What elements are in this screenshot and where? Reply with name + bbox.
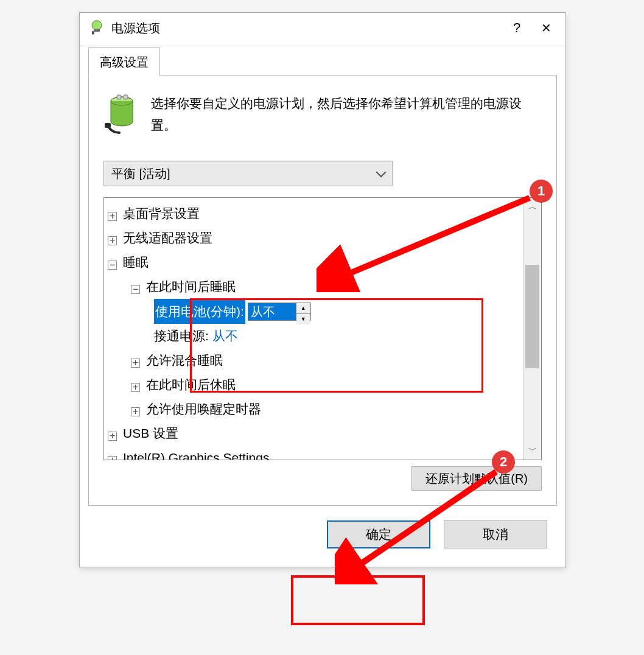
tree-item-usb-settings[interactable]: USB 设置 [108, 421, 520, 446]
help-button[interactable]: ? [502, 13, 531, 43]
tree-item-hibernate-after[interactable]: 在此时间后休眠 [108, 373, 520, 397]
tree-item-wake-timers[interactable]: 允许使用唤醒定时器 [108, 397, 520, 421]
cancel-button[interactable]: 取消 [444, 520, 547, 548]
expand-icon[interactable] [108, 212, 117, 221]
tree-label: 睡眠 [123, 250, 149, 275]
tree-item-sleep-after[interactable]: 在此时间后睡眠 [108, 275, 520, 299]
expand-icon[interactable] [108, 236, 117, 245]
restore-defaults-button[interactable]: 还原计划默认值(R) [411, 466, 542, 491]
tree-label: 在此时间后休眠 [146, 373, 236, 397]
dialog-button-row: 确定 取消 [80, 506, 565, 567]
intro-row: 选择你要自定义的电源计划，然后选择你希望计算机管理的电源设置。 [103, 93, 542, 136]
scroll-thumb[interactable] [525, 265, 539, 368]
power-options-dialog: 电源选项 ? ✕ 高级设置 选择你要自定义的电源计划，然后 [79, 12, 566, 567]
close-button[interactable]: ✕ [531, 13, 561, 43]
tree-item-wireless-adapter[interactable]: 无线适配器设置 [108, 226, 520, 250]
annotation-rect-2 [291, 575, 425, 625]
svg-rect-7 [105, 123, 111, 128]
tree-item-plugged-in[interactable]: 接通电源: 从不 [108, 324, 520, 348]
tree-label: USB 设置 [123, 421, 178, 446]
svg-point-0 [92, 21, 102, 30]
svg-rect-1 [94, 29, 100, 32]
tree-item-desktop-background[interactable]: 桌面背景设置 [108, 201, 520, 226]
tab-strip: 高级设置 选择你要自定义的电源计划，然后选择你希望计算机管理的电源设置。 [80, 46, 565, 506]
svg-rect-6 [124, 95, 128, 99]
expand-icon[interactable] [131, 359, 140, 368]
tree-label: 允许混合睡眠 [146, 348, 223, 373]
power-plan-label: 平衡 [活动] [111, 166, 377, 182]
tree-label: 允许使用唤醒定时器 [146, 397, 261, 421]
tree-label: 无线适配器设置 [123, 226, 212, 250]
expand-icon[interactable] [108, 432, 117, 441]
ok-button[interactable]: 确定 [327, 520, 430, 548]
tree-item-hybrid-sleep[interactable]: 允许混合睡眠 [108, 348, 520, 373]
tab-advanced-settings[interactable]: 高级设置 [88, 47, 160, 76]
scroll-up-icon[interactable]: ︿ [523, 198, 541, 216]
expand-icon[interactable] [131, 407, 140, 416]
intro-text: 选择你要自定义的电源计划，然后选择你希望计算机管理的电源设置。 [151, 93, 542, 136]
dialog-title: 电源选项 [111, 20, 502, 37]
on-battery-value: 从不 [248, 303, 296, 320]
tree-item-sleep[interactable]: 睡眠 [108, 250, 520, 275]
collapse-icon[interactable] [131, 285, 140, 294]
scrollbar[interactable]: ︿ ﹀ [523, 198, 541, 460]
svg-rect-5 [117, 95, 121, 99]
tree-label: 桌面背景设置 [123, 201, 200, 226]
settings-tree: 桌面背景设置 无线适配器设置 睡眠 在此时间后睡眠 [103, 197, 542, 460]
plugged-in-label: 接通电源: [154, 324, 209, 348]
on-battery-spinner[interactable]: 从不 ▲ ▼ [248, 303, 311, 321]
titlebar: 电源选项 ? ✕ [80, 13, 565, 43]
spinner-up-icon[interactable]: ▲ [296, 303, 310, 314]
tree-body: 桌面背景设置 无线适配器设置 睡眠 在此时间后睡眠 [104, 198, 523, 460]
battery-icon [103, 93, 140, 136]
expand-icon[interactable] [131, 383, 140, 392]
tree-item-intel-graphics[interactable]: Intel(R) Graphics Settings [108, 446, 520, 460]
plugged-in-value: 从不 [212, 324, 238, 348]
chevron-down-icon [376, 167, 387, 178]
tree-item-on-battery[interactable]: 使用电池(分钟): 从不 ▲ ▼ [108, 299, 520, 324]
restore-row: 还原计划默认值(R) [103, 466, 542, 491]
spinner-buttons[interactable]: ▲ ▼ [296, 303, 310, 320]
collapse-icon[interactable] [108, 261, 117, 270]
scroll-down-icon[interactable]: ﹀ [523, 441, 541, 460]
expand-icon[interactable] [108, 456, 117, 460]
svg-rect-2 [92, 31, 94, 34]
tree-label: 在此时间后睡眠 [146, 275, 236, 299]
power-plug-icon [88, 19, 105, 37]
on-battery-label: 使用电池(分钟): [154, 299, 245, 324]
tree-label: Intel(R) Graphics Settings [123, 446, 269, 460]
tab-panel: 选择你要自定义的电源计划，然后选择你希望计算机管理的电源设置。 平衡 [活动] … [88, 75, 557, 506]
power-plan-select[interactable]: 平衡 [活动] [103, 161, 393, 186]
spinner-down-icon[interactable]: ▼ [296, 314, 310, 324]
